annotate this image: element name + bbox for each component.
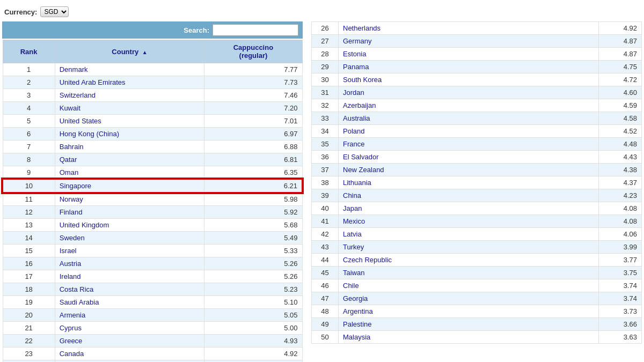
table-row: Greece — [55, 335, 204, 348]
country-link[interactable]: Panama — [343, 63, 369, 71]
country-link[interactable]: Mexico — [343, 217, 365, 225]
table-row-rank: 35 — [312, 138, 339, 151]
table-row: Taiwan — [339, 267, 599, 279]
country-link[interactable]: Turkey — [343, 243, 364, 251]
country-link[interactable]: Germany — [343, 37, 371, 45]
country-link[interactable]: Singapore — [60, 182, 91, 190]
country-link[interactable]: France — [343, 140, 364, 148]
table-row: Belgium — [55, 360, 204, 363]
country-link[interactable]: United Arab Emirates — [60, 78, 126, 86]
table-row: Hong Kong (China) — [55, 128, 204, 141]
table-row-value: 7.77 — [204, 63, 302, 76]
table-row: Qatar — [55, 153, 204, 166]
country-link[interactable]: Sweden — [60, 234, 85, 242]
country-link[interactable]: El Salvador — [343, 153, 378, 161]
country-link[interactable]: Taiwan — [343, 269, 364, 277]
table-row-value: 3.66 — [599, 318, 642, 331]
table-row: Azerbaijan — [339, 99, 599, 112]
table-row-value: 5.26 — [204, 257, 302, 270]
table-row: Singapore — [55, 179, 204, 193]
country-link[interactable]: Denmark — [60, 65, 88, 73]
country-link[interactable]: Japan — [343, 204, 362, 212]
table-row-rank: 16 — [3, 257, 55, 270]
table-row-value: 5.10 — [204, 296, 302, 309]
table-row: Australia — [339, 112, 599, 125]
country-link[interactable]: Finland — [60, 208, 83, 216]
table-row-value: 4.92 — [204, 360, 302, 363]
table-row: United Arab Emirates — [55, 76, 204, 89]
country-link[interactable]: Norway — [60, 195, 83, 203]
table-row-rank: 21 — [3, 322, 55, 335]
country-link[interactable]: United Kingdom — [60, 221, 109, 229]
country-link[interactable]: Chile — [343, 282, 359, 290]
table-row-rank: 19 — [3, 296, 55, 309]
country-link[interactable]: Netherlands — [343, 24, 380, 32]
table-row-value: 4.37 — [599, 176, 642, 189]
country-link[interactable]: Switzerland — [60, 91, 96, 99]
table-row-value: 6.35 — [204, 166, 302, 180]
country-link[interactable]: Jordan — [343, 88, 364, 97]
table-row: Germany — [339, 35, 599, 48]
country-link[interactable]: Czech Republic — [343, 256, 392, 264]
country-link[interactable]: Bahrain — [60, 143, 84, 151]
country-link[interactable]: Lithuania — [343, 179, 371, 187]
table-row-value: 4.60 — [599, 86, 642, 99]
table-row-value: 5.05 — [204, 309, 302, 322]
table-row-value: 7.73 — [204, 76, 302, 89]
table-row-rank: 11 — [3, 193, 55, 206]
table-row-rank: 4 — [3, 102, 55, 115]
table-row-value: 3.75 — [599, 267, 642, 279]
table-row-value: 4.87 — [599, 48, 642, 61]
table-row: Austria — [55, 257, 204, 270]
country-link[interactable]: Hong Kong (China) — [60, 130, 119, 138]
table-row-rank: 29 — [312, 61, 339, 73]
table-row-rank: 2 — [3, 76, 55, 89]
table-row-rank: 12 — [3, 206, 55, 219]
table-row-value: 3.73 — [599, 305, 642, 318]
table-row-rank: 32 — [312, 99, 339, 112]
country-link[interactable]: Cyprus — [60, 324, 82, 332]
country-link[interactable]: Qatar — [60, 156, 77, 164]
search-input[interactable] — [213, 24, 298, 36]
table-row-rank: 40 — [312, 202, 339, 215]
country-link[interactable]: Georgia — [343, 294, 368, 302]
country-link[interactable]: Ireland — [60, 272, 81, 280]
table-row-rank: 6 — [3, 128, 55, 141]
table-row-rank: 38 — [312, 176, 339, 189]
country-link[interactable]: South Korea — [343, 76, 382, 84]
country-link[interactable]: Palestine — [343, 320, 371, 328]
table-row: Turkey — [339, 241, 599, 254]
table-row-rank: 17 — [3, 270, 55, 283]
table-row-rank: 3 — [3, 89, 55, 102]
country-link[interactable]: Saudi Arabia — [60, 298, 99, 306]
table-row: Panama — [339, 61, 599, 73]
country-link[interactable]: Poland — [343, 127, 364, 135]
table-row: Sweden — [55, 232, 204, 245]
country-link[interactable]: Latvia — [343, 230, 362, 238]
left-panel: Search: Rank Country ▲ Cappuccino (regul… — [2, 21, 303, 362]
table-row: Chile — [339, 279, 599, 292]
country-link[interactable]: Kuwait — [60, 104, 80, 112]
country-link[interactable]: Armenia — [60, 311, 85, 319]
country-link[interactable]: Oman — [60, 168, 78, 176]
table-row: United States — [55, 115, 204, 128]
country-link[interactable]: New Zealand — [343, 166, 384, 174]
country-link[interactable]: Austria — [60, 260, 81, 268]
table-row-value: 4.92 — [204, 348, 302, 360]
country-link[interactable]: Malaysia — [343, 333, 370, 341]
currency-select[interactable]: SGD USD EUR — [40, 6, 69, 17]
table-row: New Zealand — [339, 164, 599, 176]
table-row-rank: 39 — [312, 189, 339, 202]
country-link[interactable]: Israel — [60, 247, 77, 255]
country-link[interactable]: Estonia — [343, 50, 366, 58]
country-link[interactable]: Costa Rica — [60, 285, 94, 293]
sort-arrow-icon[interactable]: ▲ — [142, 49, 148, 55]
country-link[interactable]: Canada — [60, 350, 84, 358]
country-link[interactable]: Azerbaijan — [343, 101, 376, 109]
country-link[interactable]: Argentina — [343, 307, 373, 315]
country-link[interactable]: Greece — [60, 337, 83, 345]
right-table: 26Netherlands4.9227Germany4.8728Estonia4… — [311, 21, 642, 344]
country-link[interactable]: China — [343, 191, 361, 200]
country-link[interactable]: Australia — [343, 114, 370, 122]
country-link[interactable]: United States — [60, 117, 101, 125]
